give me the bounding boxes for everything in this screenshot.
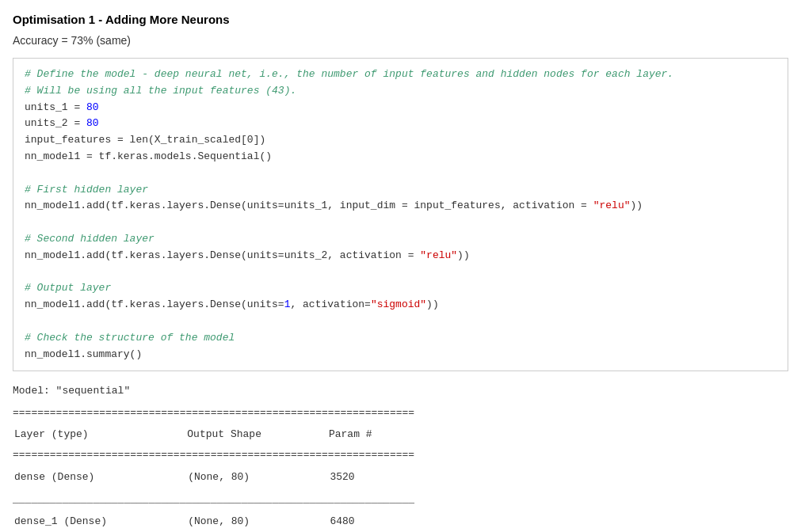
code-comment4: # Second hidden layer [25, 231, 776, 248]
code-spacer1 [25, 165, 776, 182]
divider-header: ========================================… [13, 446, 425, 464]
code-model-init: nn_model1 = tf.keras.models.Sequential() [25, 149, 776, 165]
divider-row1: ________________________________________… [13, 491, 425, 508]
code-spacer4 [25, 314, 776, 330]
summary-table: ========================================… [13, 405, 425, 532]
model-summary-section: Model: "sequential" ====================… [13, 382, 788, 532]
code-comment5: # Output layer [25, 280, 776, 297]
row1-layer: dense (Dense) [14, 469, 188, 486]
accuracy-line: Accuracy = 73% (same) [13, 34, 788, 47]
code-comment3: # First hidden layer [25, 182, 776, 199]
code-block: # Define the model - deep neural net, i.… [13, 58, 788, 371]
code-dense3: nn_model1.add(tf.keras.layers.Dense(unit… [25, 297, 776, 314]
code-comment1: # Define the model - deep neural net, i.… [25, 66, 776, 83]
table-header: Layer (type) Output Shape Param # [13, 423, 425, 446]
row2-param: 6480 [330, 513, 425, 530]
col-param-header: Param # [329, 426, 423, 443]
code-spacer2 [25, 215, 776, 231]
divider-top: ========================================… [13, 405, 425, 422]
page-title: Optimisation 1 - Adding More Neurons [13, 13, 788, 26]
table-row: dense (Dense) (None, 80) 3520 [13, 464, 425, 491]
row1-shape: (None, 80) [188, 469, 330, 486]
table-row: dense_1 (Dense) (None, 80) 6480 [13, 508, 425, 532]
model-label: Model: "sequential" [13, 382, 788, 400]
code-units2: units_2 = 80 [25, 116, 776, 132]
code-input-features: input_features = len(X_train_scaled[0]) [25, 132, 776, 149]
col-shape-header: Output Shape [187, 426, 329, 443]
code-summary: nn_model1.summary() [25, 347, 776, 363]
code-units1: units_1 = 80 [25, 100, 776, 116]
code-dense1: nn_model1.add(tf.keras.layers.Dense(unit… [25, 198, 776, 215]
code-comment6: # Check the structure of the model [25, 330, 776, 347]
code-dense2: nn_model1.add(tf.keras.layers.Dense(unit… [25, 248, 776, 264]
code-spacer3 [25, 264, 776, 281]
row2-shape: (None, 80) [188, 513, 330, 530]
code-comment2: # Will be using all the input features (… [25, 83, 776, 100]
row2-layer: dense_1 (Dense) [14, 513, 188, 530]
col-layer-header: Layer (type) [14, 426, 187, 443]
row1-param: 3520 [330, 469, 425, 486]
